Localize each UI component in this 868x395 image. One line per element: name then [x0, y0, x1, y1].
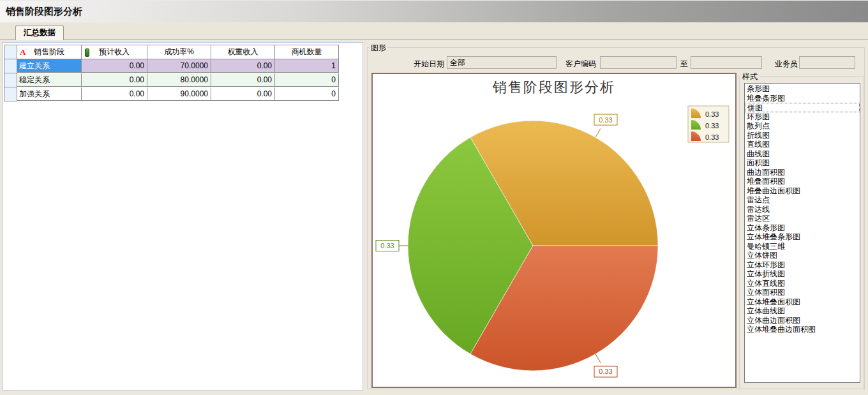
chart-title: 销售阶段图形分析 — [373, 78, 735, 97]
cell-expected[interactable]: 0.00 — [82, 59, 147, 73]
style-option[interactable]: 堆叠曲边面积图 — [745, 186, 860, 196]
summary-table-panel: A 销售阶段 预计收入 成功率% 权重收入 商机数量 建立关系 0.00 70.… — [3, 42, 363, 391]
cell-count[interactable]: 0 — [275, 87, 339, 101]
tab-summary-data[interactable]: 汇总数据 — [15, 25, 64, 40]
style-option[interactable]: 饼图 — [745, 103, 860, 112]
style-option[interactable]: 立体面积图 — [745, 288, 860, 297]
style-option[interactable]: 立体堆叠面积图 — [745, 297, 860, 307]
style-option[interactable]: 曼哈顿三维 — [745, 242, 860, 251]
slice-callout-line — [595, 354, 601, 363]
column-header-opportunity-count[interactable]: 商机数量 — [275, 45, 339, 59]
table-row[interactable]: 稳定关系 0.00 80.0000 0.00 0 — [4, 73, 339, 87]
row-selector[interactable] — [4, 59, 17, 73]
table-row[interactable]: 建立关系 0.00 70.0000 0.00 1 — [4, 59, 339, 73]
tab-strip: 汇总数据 — [0, 23, 868, 40]
style-option[interactable]: 立体饼图 — [745, 251, 860, 260]
style-option[interactable]: 立体曲线图 — [745, 306, 860, 316]
legend-item-value: 0.33 — [705, 122, 719, 130]
start-date-input[interactable] — [447, 56, 557, 69]
style-option[interactable]: 雷达线 — [745, 205, 860, 214]
cell-stage[interactable]: 加强关系 — [17, 87, 82, 101]
style-option[interactable]: 立体环形图 — [745, 260, 860, 270]
cell-weighted[interactable]: 0.00 — [211, 73, 275, 87]
cell-success[interactable]: 70.0000 — [147, 59, 211, 73]
chart-area: 销售阶段图形分析 0.330.330.330.330.330.33 — [371, 73, 737, 388]
table-row[interactable]: 加强关系 0.00 90.0000 0.00 0 — [4, 87, 339, 101]
salesman-input[interactable] — [799, 56, 855, 69]
style-option[interactable]: 雷达区 — [745, 214, 860, 223]
style-option[interactable]: 折线图 — [745, 131, 860, 140]
slice-callout-line — [595, 128, 601, 137]
customer-code-input[interactable] — [600, 56, 677, 69]
column-header-weighted-income[interactable]: 权重收入 — [211, 45, 275, 59]
style-option[interactable]: 堆叠条形图 — [745, 94, 860, 103]
row-selector-header — [4, 45, 17, 59]
legend-item-value: 0.33 — [705, 133, 719, 141]
style-option[interactable]: 立体条形图 — [745, 223, 860, 233]
style-option[interactable]: 立体堆叠条形图 — [745, 232, 860, 242]
cell-success[interactable]: 80.0000 — [147, 73, 211, 87]
column-header-success-rate[interactable]: 成功率% — [147, 45, 211, 59]
style-option[interactable]: 曲边面积图 — [745, 168, 860, 177]
legend-item-value: 0.33 — [705, 110, 719, 118]
slice-value-label: 0.33 — [380, 242, 394, 250]
start-date-label: 开始日期 — [414, 59, 444, 70]
style-option[interactable]: 立体折线图 — [745, 269, 860, 279]
style-option[interactable]: 条形图 — [745, 84, 860, 94]
cell-expected[interactable]: 0.00 — [82, 73, 147, 87]
style-option[interactable]: 散列点 — [745, 121, 860, 131]
customer-code-to-input[interactable] — [691, 56, 762, 69]
row-selector[interactable] — [4, 87, 17, 101]
pie-chart: 0.330.330.330.330.330.33 — [373, 74, 735, 387]
sort-a-icon: A — [20, 45, 26, 59]
style-option[interactable]: 雷达点 — [745, 195, 860, 205]
table-header-row: A 销售阶段 预计收入 成功率% 权重收入 商机数量 — [4, 45, 339, 59]
window-title: 销售阶段图形分析 — [6, 6, 82, 18]
style-listbox[interactable]: 条形图堆叠条形图饼图环形图散列点折线图直线图曲线图面积图曲边面积图堆叠面积图堆叠… — [744, 83, 860, 383]
cell-weighted[interactable]: 0.00 — [211, 59, 275, 73]
cell-stage[interactable]: 稳定关系 — [17, 73, 82, 87]
filter-pill-icon — [85, 48, 89, 57]
sales-stage-table: A 销售阶段 预计收入 成功率% 权重收入 商机数量 建立关系 0.00 70.… — [4, 45, 339, 101]
style-option[interactable]: 直线图 — [745, 140, 860, 149]
window-titlebar: 销售阶段图形分析 — [0, 0, 868, 22]
cell-count[interactable]: 0 — [275, 73, 339, 87]
salesman-label: 业务员 — [775, 59, 798, 70]
slice-value-label: 0.33 — [599, 116, 612, 124]
column-header-stage[interactable]: A 销售阶段 — [17, 45, 82, 59]
style-option[interactable]: 环形图 — [745, 112, 860, 122]
graph-groupbox-label: 图形 — [369, 43, 388, 54]
to-label: 至 — [680, 59, 688, 70]
slice-value-label: 0.33 — [599, 368, 612, 375]
cell-count[interactable]: 1 — [275, 59, 339, 73]
cell-weighted[interactable]: 0.00 — [211, 87, 275, 101]
column-header-expected-income[interactable]: 预计收入 — [82, 45, 147, 59]
style-option[interactable]: 堆叠面积图 — [745, 177, 860, 186]
style-option[interactable]: 立体曲边面积图 — [745, 316, 860, 325]
cell-stage[interactable]: 建立关系 — [17, 59, 82, 73]
row-selector[interactable] — [4, 73, 17, 87]
cell-success[interactable]: 90.0000 — [147, 87, 211, 101]
style-option[interactable]: 面积图 — [745, 158, 860, 168]
style-option[interactable]: 立体堆叠曲边面积图 — [745, 325, 860, 334]
style-groupbox-label: 样式 — [740, 71, 760, 82]
style-option[interactable]: 曲线图 — [745, 149, 860, 159]
style-option[interactable]: 立体直线图 — [745, 279, 860, 288]
customer-code-label: 客户编码 — [565, 59, 596, 70]
cell-expected[interactable]: 0.00 — [82, 87, 147, 101]
